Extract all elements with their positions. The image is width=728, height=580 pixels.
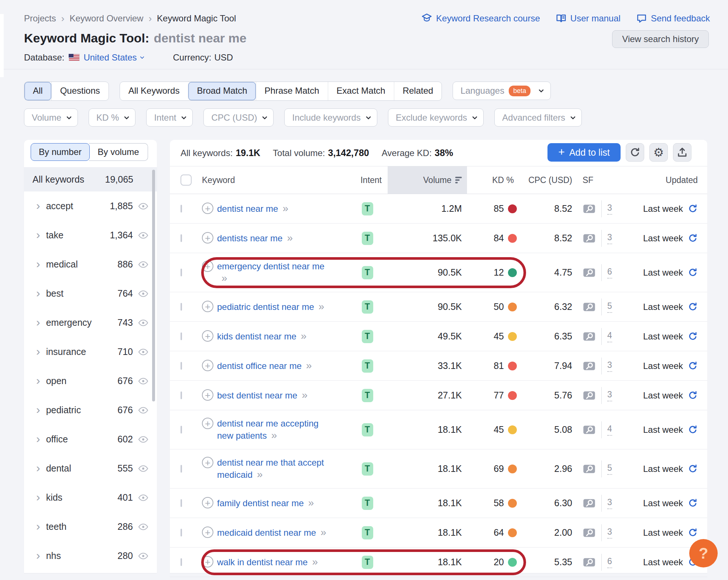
row-checkbox[interactable] bbox=[181, 426, 182, 434]
sf-count[interactable]: 4 bbox=[607, 331, 612, 342]
keyword-group-item[interactable]: › kids 401 bbox=[24, 483, 157, 512]
expand-keyword-icon[interactable]: » bbox=[312, 556, 317, 567]
filter-dropdown[interactable]: Include keywords bbox=[284, 108, 377, 127]
chevron-right-icon[interactable]: › bbox=[36, 231, 40, 238]
row-checkbox[interactable] bbox=[181, 362, 182, 370]
column-header-sf[interactable]: SF bbox=[572, 166, 620, 194]
refresh-icon[interactable] bbox=[688, 498, 698, 508]
refresh-icon[interactable] bbox=[688, 302, 698, 312]
match-tab[interactable]: Phrase Match bbox=[256, 82, 328, 100]
keyword-link[interactable]: kids dentist near me bbox=[217, 331, 296, 341]
column-header-intent[interactable]: Intent bbox=[347, 166, 388, 194]
add-keyword-icon[interactable]: + bbox=[202, 497, 213, 508]
row-checkbox[interactable] bbox=[181, 465, 182, 473]
intent-badge[interactable]: T bbox=[362, 526, 373, 539]
keyword-group-item[interactable]: › pediatric 676 bbox=[24, 396, 157, 425]
chevron-right-icon[interactable]: › bbox=[36, 202, 40, 209]
match-tab[interactable]: Broad Match bbox=[188, 82, 255, 100]
header-link[interactable]: User manual bbox=[556, 13, 621, 24]
refresh-icon[interactable] bbox=[688, 233, 698, 243]
match-tab[interactable]: Questions bbox=[51, 82, 109, 100]
sidebar-scrollbar[interactable] bbox=[152, 170, 155, 401]
match-tab[interactable]: All bbox=[24, 82, 51, 100]
add-keyword-icon[interactable]: + bbox=[202, 232, 213, 244]
expand-keyword-icon[interactable]: » bbox=[306, 360, 311, 371]
keyword-link[interactable]: family dentist near me bbox=[217, 498, 304, 508]
help-button[interactable]: ? bbox=[689, 539, 718, 567]
expand-keyword-icon[interactable]: » bbox=[222, 272, 227, 284]
sf-count[interactable]: 6 bbox=[607, 556, 612, 568]
sf-count[interactable]: 3 bbox=[607, 497, 612, 509]
chevron-right-icon[interactable]: › bbox=[36, 260, 40, 267]
intent-badge[interactable]: T bbox=[362, 556, 373, 569]
intent-badge[interactable]: T bbox=[362, 389, 373, 402]
export-button[interactable] bbox=[673, 143, 691, 162]
sf-count[interactable]: 3 bbox=[607, 203, 612, 215]
sf-count[interactable]: 3 bbox=[607, 527, 612, 539]
serp-preview-icon[interactable] bbox=[583, 527, 596, 538]
refresh-icon[interactable] bbox=[688, 528, 698, 538]
serp-preview-icon[interactable] bbox=[583, 301, 596, 313]
keyword-link[interactable]: medicaid bbox=[217, 470, 253, 480]
keyword-link[interactable]: walk in dentist near me bbox=[217, 557, 308, 567]
breadcrumb-item[interactable]: Keyword Overview bbox=[69, 13, 143, 24]
row-checkbox[interactable] bbox=[181, 332, 182, 340]
refresh-icon[interactable] bbox=[688, 361, 698, 371]
add-keyword-icon[interactable]: + bbox=[202, 203, 213, 214]
chevron-right-icon[interactable]: › bbox=[36, 289, 40, 297]
refresh-icon[interactable] bbox=[688, 331, 698, 341]
eye-icon[interactable] bbox=[138, 261, 148, 268]
eye-icon[interactable] bbox=[138, 232, 148, 239]
keyword-group-item[interactable]: › accept 1,885 bbox=[24, 191, 157, 221]
add-to-list-button[interactable]: + Add to list bbox=[547, 143, 621, 162]
eye-icon[interactable] bbox=[138, 348, 148, 356]
eye-icon[interactable] bbox=[138, 319, 148, 327]
select-all-checkbox[interactable] bbox=[181, 175, 192, 186]
add-keyword-icon[interactable]: + bbox=[202, 556, 213, 567]
toggle-by-volume[interactable]: By volume bbox=[89, 143, 148, 161]
row-checkbox[interactable] bbox=[181, 391, 182, 399]
keyword-group-item[interactable]: › office 602 bbox=[24, 425, 157, 454]
keyword-group-item[interactable]: › nhs 280 bbox=[24, 541, 157, 570]
expand-keyword-icon[interactable]: » bbox=[287, 232, 292, 244]
keyword-link[interactable]: best dentist near me bbox=[217, 390, 297, 400]
chevron-right-icon[interactable]: › bbox=[36, 435, 40, 442]
chevron-right-icon[interactable]: › bbox=[36, 406, 40, 413]
intent-badge[interactable]: T bbox=[362, 330, 373, 343]
keyword-link[interactable]: pediatric dentist near me bbox=[217, 302, 314, 312]
eye-icon[interactable] bbox=[138, 494, 148, 501]
eye-icon[interactable] bbox=[138, 290, 148, 297]
view-search-history-button[interactable]: View search history bbox=[612, 30, 709, 48]
serp-preview-icon[interactable] bbox=[583, 390, 596, 401]
serp-preview-icon[interactable] bbox=[583, 463, 596, 474]
eye-icon[interactable] bbox=[138, 465, 148, 472]
add-keyword-icon[interactable]: + bbox=[202, 389, 213, 401]
serp-preview-icon[interactable] bbox=[583, 267, 596, 278]
header-link[interactable]: Send feedback bbox=[636, 13, 710, 24]
add-keyword-icon[interactable]: + bbox=[202, 457, 213, 468]
chevron-right-icon[interactable]: › bbox=[36, 348, 40, 355]
serp-preview-icon[interactable] bbox=[583, 360, 596, 372]
column-header-updated[interactable]: Updated bbox=[620, 166, 707, 194]
column-header-kd[interactable]: KD % bbox=[467, 166, 517, 194]
column-header-volume[interactable]: Volume bbox=[388, 166, 467, 194]
refresh-icon[interactable] bbox=[688, 390, 698, 400]
add-keyword-icon[interactable]: + bbox=[202, 418, 213, 429]
row-checkbox[interactable] bbox=[181, 499, 182, 507]
filter-dropdown[interactable]: Exclude keywords bbox=[388, 108, 484, 127]
toggle-by-number[interactable]: By number bbox=[31, 143, 90, 161]
expand-keyword-icon[interactable]: » bbox=[301, 330, 306, 342]
breadcrumb-item[interactable]: Projects bbox=[24, 13, 56, 24]
eye-icon[interactable] bbox=[138, 203, 148, 210]
add-keyword-icon[interactable]: + bbox=[202, 527, 213, 538]
intent-badge[interactable]: T bbox=[362, 232, 373, 245]
serp-preview-icon[interactable] bbox=[583, 424, 596, 435]
refresh-icon[interactable] bbox=[688, 464, 698, 474]
sf-count[interactable]: 5 bbox=[607, 463, 612, 475]
add-keyword-icon[interactable]: + bbox=[202, 301, 213, 312]
filter-dropdown[interactable]: Volume bbox=[24, 108, 78, 127]
keyword-group-item[interactable]: › teeth 286 bbox=[24, 512, 157, 541]
intent-badge[interactable]: T bbox=[362, 423, 373, 436]
serp-preview-icon[interactable] bbox=[583, 233, 596, 244]
serp-preview-icon[interactable] bbox=[583, 557, 596, 568]
